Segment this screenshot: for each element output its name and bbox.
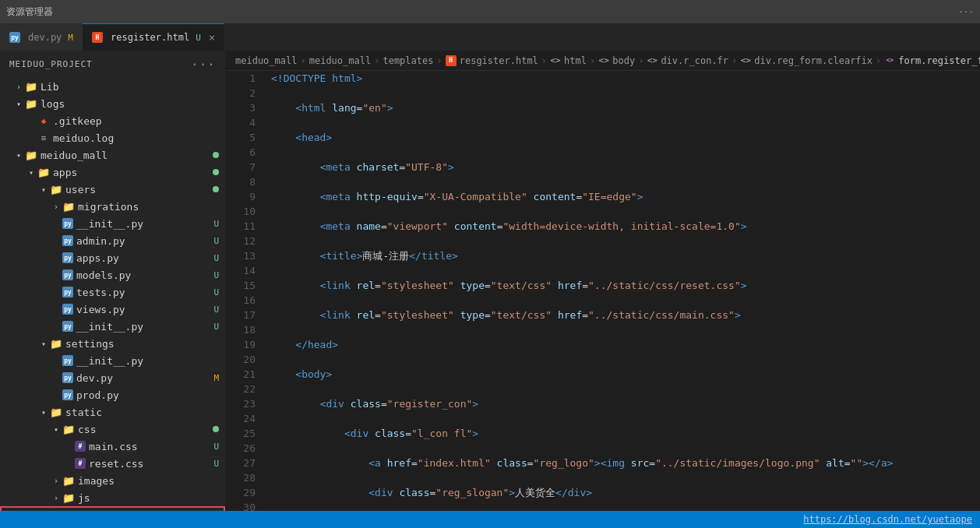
tab-resgister-html[interactable]: H resgister.html U ×: [83, 23, 224, 51]
arrow-logs: [12, 97, 25, 110]
sidebar-item-lib[interactable]: 📁 Lib: [0, 78, 225, 95]
code-line-4: <meta charset="UTF-8">: [271, 160, 980, 174]
item-name-settings: settings: [65, 338, 225, 350]
breadcrumb-body: body: [612, 55, 635, 66]
code-content[interactable]: <!DOCTYPE html> <html lang="en"> <head> …: [265, 71, 980, 511]
status-link[interactable]: https://blog.csdn.net/yuetaope: [803, 514, 972, 525]
sidebar-item-views[interactable]: py views.py U: [0, 301, 225, 318]
sidebar-item-init2[interactable]: py __init__.py U: [0, 318, 225, 335]
sidebar-item-tests[interactable]: py tests.py U: [0, 283, 225, 301]
file-icon-reset-css: #: [75, 458, 86, 469]
tab-close-icon[interactable]: ×: [209, 31, 215, 44]
sidebar-item-css[interactable]: 📁 css: [0, 421, 225, 438]
breadcrumb-div-regform: div.reg_form.clearfix: [754, 55, 872, 66]
item-name-reset-css: reset.css: [89, 458, 213, 470]
file-icon-admin: py: [62, 235, 73, 246]
file-icon-init2: py: [62, 321, 73, 332]
arrow-meiduo-mall: [12, 149, 25, 161]
file-icon-views: py: [62, 304, 73, 315]
folder-icon-images: 📁: [62, 474, 75, 487]
sidebar-item-users[interactable]: 📁 users: [0, 181, 225, 198]
item-name-init2: __init__.py: [76, 321, 213, 333]
breadcrumb-sep5: ›: [590, 55, 595, 66]
code-editor[interactable]: 12345 678910 1112131415 1617181920 21222…: [226, 71, 980, 511]
sidebar-item-dev-py[interactable]: py dev.py M: [0, 369, 225, 386]
item-name-js: js: [78, 492, 225, 504]
item-name-images: images: [78, 475, 225, 487]
badge-init2: U: [213, 322, 219, 332]
breadcrumb-sep4: ›: [541, 55, 547, 66]
badge-models: U: [213, 270, 219, 280]
tab-dev-py-label: dev.py: [28, 32, 62, 43]
arrow-settings: [37, 337, 50, 350]
breadcrumb-div-rcon: div.r_con.fr: [661, 55, 728, 66]
breadcrumb-sep3: ›: [436, 55, 442, 66]
sidebar-item-meiduo-mall[interactable]: 📁 meiduo_mall: [0, 146, 225, 164]
item-name-views: views.py: [76, 304, 213, 315]
code-line-13: <div class="l_con fl">: [271, 426, 980, 441]
breadcrumb-form: form.register_form: [898, 55, 980, 66]
item-name-migrations: migrations: [78, 201, 225, 213]
item-name-meiduo-mall: meiduo_mall: [41, 150, 213, 161]
breadcrumb: meiduo_mall › meiduo_mall › templates › …: [226, 51, 980, 71]
sidebar-item-init1[interactable]: py __init__.py U: [0, 215, 225, 232]
sidebar-item-main-css[interactable]: # main.css U: [0, 438, 225, 455]
sidebar-item-apps[interactable]: 📁 apps: [0, 164, 225, 181]
folder-icon-users: 📁: [50, 183, 62, 195]
file-icon-main-css: #: [75, 441, 86, 452]
code-line-5: <meta http-equiv="X-UA-Compatible" conte…: [271, 189, 980, 204]
sidebar-item-apps-py[interactable]: py apps.py U: [0, 249, 225, 266]
item-name-dev-py: dev.py: [76, 372, 213, 384]
arrow-migrations: [50, 200, 62, 213]
item-name-lib: Lib: [41, 81, 225, 93]
sidebar-item-settings[interactable]: 📁 settings: [0, 335, 225, 352]
item-name-prod-py: prod.py: [76, 389, 225, 401]
item-name-apps-py: apps.py: [76, 252, 213, 264]
folder-icon-migrations: 📁: [62, 200, 75, 213]
tab-dev-py[interactable]: py dev.py M: [0, 23, 83, 51]
sidebar-item-migrations[interactable]: 📁 migrations: [0, 198, 225, 215]
badge-main-css: U: [213, 442, 219, 452]
title-bar: 资源管理器 ···: [0, 0, 980, 23]
breadcrumb-html: html: [564, 55, 587, 66]
sidebar-item-admin[interactable]: py admin.py U: [0, 232, 225, 249]
arrow-templates: [39, 509, 51, 511]
dot-meiduo-mall: [213, 152, 219, 158]
sidebar-menu-icon[interactable]: ···: [191, 57, 216, 72]
sidebar-item-prod-py[interactable]: py prod.py: [0, 386, 225, 403]
arrow-lib: [12, 80, 25, 93]
sidebar-item-gitkeep[interactable]: ◆ .gitkeep: [0, 112, 225, 129]
breadcrumb-sep2: ›: [374, 55, 379, 66]
code-line-12: <div class="register_con">: [271, 396, 980, 411]
sidebar-item-reset-css[interactable]: # reset.css U: [0, 455, 225, 472]
breadcrumb-tag-div1: <>: [647, 55, 657, 66]
sidebar-item-models[interactable]: py models.py U: [0, 266, 225, 283]
badge-views: U: [213, 304, 219, 315]
breadcrumb-tag-body: <>: [598, 55, 609, 66]
arrow-users: [37, 183, 50, 195]
item-name-gitkeep: .gitkeep: [53, 115, 225, 127]
dot-css: [213, 426, 219, 432]
title-bar-dots[interactable]: ···: [958, 7, 974, 17]
sidebar-item-js[interactable]: 📁 js: [0, 489, 225, 506]
sidebar-title: MEIDUO_PROJECT: [9, 59, 93, 69]
code-line-15: <div class="reg_slogan">人美货全</div>: [271, 485, 980, 500]
code-line-9: <link rel="stylesheet" type="text/css" h…: [271, 308, 980, 322]
file-icon-tests: py: [62, 287, 73, 297]
folder-icon-logs: 📁: [25, 97, 37, 110]
sidebar-item-static[interactable]: 📁 static: [0, 403, 225, 421]
dot-apps: [213, 169, 219, 175]
sidebar-item-templates[interactable]: 📁 templates: [0, 506, 225, 511]
sidebar-item-logs[interactable]: 📁 logs: [0, 95, 225, 112]
arrow-apps: [25, 166, 37, 178]
item-name-models: models.py: [76, 269, 213, 281]
folder-icon-meiduo-mall: 📁: [25, 149, 37, 161]
sidebar-item-meiduo-log[interactable]: ≡ meiduo.log: [0, 129, 225, 146]
badge-init1: U: [213, 219, 219, 229]
sidebar-item-settings-init[interactable]: py __init__.py: [0, 352, 225, 369]
folder-icon-settings: 📁: [50, 337, 62, 350]
sidebar-item-images[interactable]: 📁 images: [0, 472, 225, 489]
badge-admin: U: [213, 236, 219, 246]
sidebar-tree[interactable]: 📁 Lib 📁 logs ◆ .gitkeep ≡ meiduo.log: [0, 78, 225, 511]
code-line-10: </head>: [271, 337, 980, 352]
